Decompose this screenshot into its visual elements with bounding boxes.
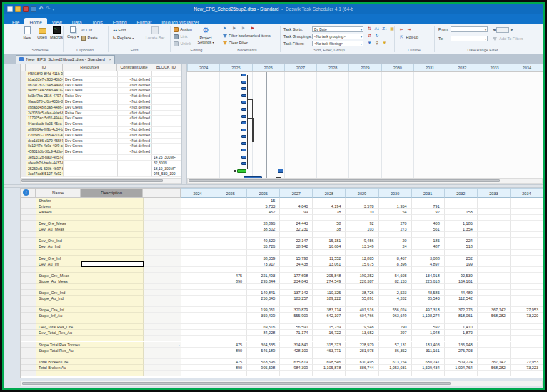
- value-cell[interactable]: 58: [313, 221, 346, 226]
- indent-icon[interactable]: ⇥: [406, 27, 413, 32]
- year-header-2033[interactable]: 2033: [477, 188, 510, 198]
- row-selector-cell[interactable]: [21, 166, 26, 172]
- column-header-block-id[interactable]: BLOCK_ID: [151, 64, 181, 71]
- value-cell[interactable]: [280, 250, 313, 256]
- filter-bookmarked-button[interactable]: Filter bookmarked items: [223, 33, 271, 39]
- value-cell[interactable]: [445, 215, 478, 221]
- value-cell[interactable]: [247, 284, 280, 290]
- task-cell-cd[interactable]: <Not defined: [118, 121, 152, 127]
- row-selector-cell[interactable]: [21, 226, 36, 232]
- row-selector-cell[interactable]: [21, 116, 26, 121]
- task-cell-blk[interactable]: [152, 144, 181, 149]
- description-cell-selected[interactable]: [81, 261, 144, 267]
- filter-apply-icon[interactable]: ▼: [366, 41, 373, 46]
- description-cell[interactable]: [81, 313, 144, 318]
- value-cell[interactable]: 85,543: [412, 296, 445, 301]
- value-cell[interactable]: [247, 301, 280, 307]
- year-header-2029[interactable]: 2029: [348, 64, 381, 71]
- value-cell[interactable]: 38,359: [247, 256, 280, 261]
- value-cell[interactable]: 224: [445, 238, 478, 243]
- value-cell[interactable]: [313, 215, 346, 221]
- value-cell[interactable]: [214, 284, 247, 290]
- value-cell[interactable]: 15,798: [280, 256, 313, 261]
- value-cell[interactable]: [511, 256, 543, 261]
- value-cell[interactable]: 5,733: [247, 203, 280, 209]
- value-cell[interactable]: [346, 301, 378, 307]
- value-cell[interactable]: 20: [379, 238, 412, 243]
- filter-search-icon[interactable]: ⚲: [374, 41, 381, 46]
- value-cell[interactable]: 73,220: [511, 313, 543, 318]
- value-cell[interactable]: 886,744: [346, 365, 378, 371]
- task-cell-res[interactable]: Dev Crews: [64, 149, 118, 155]
- value-cell[interactable]: [346, 318, 378, 324]
- row-selector-cell[interactable]: [21, 336, 36, 341]
- copy-button[interactable]: Copy ▾: [65, 26, 81, 47]
- description-cell[interactable]: [81, 221, 144, 226]
- task-cell-cd[interactable]: <Not defined: [118, 99, 152, 105]
- value-cell[interactable]: [214, 198, 247, 203]
- gantt-bar-blue[interactable]: [241, 101, 246, 104]
- value-cell[interactable]: [511, 198, 543, 203]
- project-settings-button[interactable]: ⚙ Project Settings ▾: [194, 26, 217, 47]
- info-icon[interactable]: i: [23, 189, 29, 196]
- task-cell-id[interactable]: f4691849-8f4d-411b-9ce: [26, 71, 64, 77]
- task-cell-res[interactable]: Dev Crews: [64, 116, 118, 121]
- name-cell[interactable]: [36, 267, 81, 273]
- value-cell[interactable]: [280, 284, 313, 290]
- row-selector-cell[interactable]: [21, 111, 26, 116]
- value-cell[interactable]: [478, 221, 511, 226]
- value-cell[interactable]: [379, 301, 412, 307]
- row-selector-cell[interactable]: [21, 155, 26, 161]
- task-cell-res[interactable]: Raise Dev: [64, 111, 118, 116]
- step-back-icon[interactable]: ◀: [493, 27, 496, 31]
- year-header-2025[interactable]: 2025: [219, 64, 251, 71]
- value-cell[interactable]: 10: [346, 209, 378, 215]
- assign-button[interactable]: Assign: [174, 26, 192, 33]
- value-cell[interactable]: [478, 243, 511, 249]
- value-cell[interactable]: [280, 232, 313, 238]
- description-cell[interactable]: [81, 371, 144, 376]
- task-cell-id[interactable]: 9ed8c1ea-56ad-4a1a-ae: [26, 88, 64, 94]
- value-cell[interactable]: [181, 301, 214, 307]
- value-cell[interactable]: [181, 273, 214, 278]
- value-cell[interactable]: [478, 238, 511, 243]
- task-cell-cd[interactable]: [118, 161, 152, 166]
- value-cell[interactable]: [214, 267, 247, 273]
- task-cell-res[interactable]: [64, 166, 118, 172]
- task-row[interactable]: bd3ef7ba-2516-4797-abfRaise Dev<Not defi…: [21, 94, 181, 99]
- row-selector-cell[interactable]: [21, 273, 36, 278]
- description-cell[interactable]: [81, 232, 144, 238]
- value-cell[interactable]: [181, 198, 214, 203]
- value-cell[interactable]: [247, 250, 280, 256]
- task-row[interactable]: 94aedaab-0c05-45ea-80Dev Crews<Not defin…: [21, 121, 181, 127]
- value-cell[interactable]: [181, 243, 214, 249]
- find-button[interactable]: ●● Find: [113, 27, 126, 34]
- value-cell[interactable]: 475: [214, 342, 247, 348]
- value-cell[interactable]: [313, 318, 346, 324]
- year-header-2024[interactable]: 2024: [187, 64, 219, 71]
- task-row[interactable]: a69f864a-f09b-4c04-bccDev Crews<Not defi…: [21, 127, 181, 133]
- value-cell[interactable]: 22,147: [280, 238, 313, 243]
- task-cell-cd[interactable]: <Not defined: [118, 105, 152, 111]
- name-cell[interactable]: Stope_Ore_Meas: [36, 273, 81, 278]
- value-cell[interactable]: 185: [412, 238, 445, 243]
- bookmark-icon[interactable]: ⚑: [223, 26, 229, 31]
- value-cell[interactable]: 518: [445, 243, 478, 249]
- value-cell[interactable]: 1,354: [445, 226, 478, 232]
- value-cell[interactable]: [379, 318, 412, 324]
- value-cell[interactable]: [346, 232, 378, 238]
- value-cell[interactable]: [214, 313, 247, 318]
- value-cell[interactable]: 297: [379, 330, 412, 336]
- value-cell[interactable]: 164,161: [445, 278, 478, 284]
- value-cell[interactable]: [412, 198, 445, 203]
- group-icon[interactable]: ⇵: [366, 34, 373, 39]
- task-cell-id[interactable]: 0b7912b7-19e8-4aef-9b: [26, 83, 64, 89]
- value-cell[interactable]: [478, 261, 511, 267]
- value-cell[interactable]: 15: [247, 198, 280, 203]
- value-cell[interactable]: 680,741: [412, 359, 445, 365]
- year-header-2028[interactable]: 2028: [316, 64, 348, 71]
- value-cell[interactable]: 4,897: [412, 261, 445, 267]
- task-cell-blk[interactable]: [152, 105, 181, 111]
- task-row[interactable]: 9faac078-cf6b-405b-85f2Dev Crews<Not def…: [21, 99, 181, 105]
- gantt-bar-blue[interactable]: [241, 87, 246, 90]
